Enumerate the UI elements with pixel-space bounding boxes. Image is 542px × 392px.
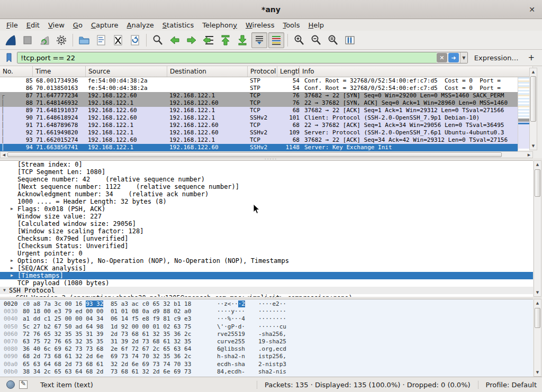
status-profile[interactable]: Profile: Default — [478, 381, 537, 389]
expand-icon[interactable]: ▶ — [11, 265, 13, 272]
menu-file[interactable]: File — [2, 20, 22, 30]
display-filter-input[interactable] — [17, 52, 437, 63]
zoom-100-button[interactable] — [325, 32, 341, 48]
go-to-bottom-button[interactable] — [234, 32, 250, 48]
column-length[interactable]: Length — [277, 66, 300, 77]
filter-add-button[interactable]: + — [528, 53, 535, 62]
filter-dropdown-caret[interactable]: ▼ — [460, 52, 467, 63]
column-no[interactable]: No. — [0, 66, 33, 77]
detail-line[interactable]: Checksum: 0x79ed [unverified] — [0, 235, 533, 242]
scroll-thumb[interactable] — [535, 169, 540, 197]
packet-row-93[interactable]: │9371.662015274192.168.122.60192.168.122… — [0, 136, 518, 144]
hex-row-0090[interactable]: 009068 2d 73 68 61 32 2d 6e69 73 74 70 3… — [0, 353, 533, 360]
go-to-packet-button[interactable] — [201, 32, 216, 48]
column-info[interactable]: Info — [300, 66, 533, 77]
menu-statistics[interactable]: Statistics — [158, 20, 198, 30]
column-source[interactable]: Source — [86, 66, 167, 77]
scroll-down-icon[interactable]: ▼ — [534, 369, 541, 376]
hex-row-0080[interactable]: 008036 40 6c 69 62 73 73 682e 6f 72 67 2… — [0, 345, 533, 353]
resize-columns-button[interactable] — [342, 32, 358, 48]
detail-line[interactable]: [TCP Segment Len: 1080] — [0, 168, 533, 176]
menu-capture[interactable]: Capture — [87, 20, 123, 30]
detail-line[interactable]: ▼SSH Protocol — [0, 287, 533, 294]
colorize-toggle[interactable] — [268, 32, 284, 48]
auto-scroll-toggle[interactable] — [251, 32, 267, 48]
packet-row-87[interactable]: ┌8771.647777234192.168.122.60192.168.122… — [0, 92, 518, 99]
collapse-icon[interactable]: ▼ — [3, 287, 6, 294]
open-file-button[interactable] — [76, 32, 92, 48]
menu-edit[interactable]: Edit — [22, 20, 44, 30]
scroll-up-icon[interactable]: ▲ — [534, 299, 541, 307]
column-protocol[interactable]: Protocol — [248, 66, 277, 77]
detail-line[interactable]: Acknowledgment number: 34 (relative ack … — [0, 190, 533, 198]
details-vscrollbar[interactable]: ▲ ▼ — [534, 160, 541, 297]
expand-icon[interactable]: ▶ — [11, 272, 13, 279]
bytes-vscrollbar[interactable]: ▲ ▼ — [534, 299, 541, 377]
zoom-out-button[interactable] — [308, 32, 324, 48]
hex-row-0020[interactable]: 0020c0 a8 7a 3c 00 16 93 3285 a3 ac c0 6… — [0, 300, 533, 308]
detail-line[interactable]: [Window size scaling factor: 128] — [0, 227, 533, 235]
expand-icon[interactable]: ▶ — [11, 205, 13, 213]
packet-row-88[interactable]: │8871.648146932192.168.122.1192.168.122.… — [0, 99, 518, 107]
scroll-up-icon[interactable]: ▲ — [530, 68, 537, 76]
filter-clear-button[interactable]: ✕ — [437, 53, 447, 62]
scroll-thumb[interactable] — [7, 152, 502, 157]
packet-list-minimap[interactable] — [518, 77, 529, 150]
packet-row-86[interactable]: 8670.013850163fe:54:00:d4:38:2aSTP54Conf… — [0, 85, 518, 92]
detail-line[interactable]: TCP payload (1080 bytes) — [0, 279, 533, 287]
scroll-down-icon[interactable]: ▼ — [530, 142, 537, 150]
detail-line[interactable]: Window size value: 227 — [0, 213, 533, 220]
filter-apply-button[interactable]: ➜ — [448, 53, 459, 62]
capture-options-button[interactable] — [53, 32, 69, 48]
hex-row-0060[interactable]: 006072 76 65 32 35 35 31 392d 73 68 61 3… — [0, 331, 533, 338]
go-back-button[interactable] — [167, 32, 183, 48]
detail-line[interactable]: [Checksum Status: Unverified] — [0, 242, 533, 250]
menu-go[interactable]: Go — [69, 20, 87, 30]
detail-line[interactable]: 1000 .... = Header Length: 32 bytes (8) — [0, 198, 533, 205]
packet-row-91[interactable]: │9171.648789678192.168.122.1192.168.122.… — [0, 122, 518, 129]
menu-tools[interactable]: Tools — [278, 20, 304, 30]
detail-line[interactable]: ▶Flags: 0x018 (PSH, ACK) — [0, 205, 533, 213]
packet-row-92[interactable]: │9271.661949820192.168.122.1192.168.122.… — [0, 129, 518, 136]
menu-wireless[interactable]: Wireless — [241, 20, 278, 30]
go-to-top-button[interactable] — [218, 32, 233, 48]
filter-bookmark-button[interactable] — [3, 52, 15, 63]
stop-capture-button[interactable] — [20, 32, 35, 48]
column-destination[interactable]: Destination — [167, 66, 248, 77]
expert-info-icon[interactable] — [6, 380, 15, 389]
menu-help[interactable]: Help — [304, 20, 328, 30]
hex-row-0040[interactable]: 0040a1 dd c1 25 00 00 04 3406 14 f5 e8 f… — [0, 315, 533, 323]
detail-line[interactable]: Urgent pointer: 0 — [0, 250, 533, 257]
menu-analyze[interactable]: Analyze — [123, 20, 158, 30]
reload-file-button[interactable] — [127, 32, 143, 48]
expression-button[interactable]: Expression… — [474, 54, 519, 62]
title-bar[interactable]: *any ✕ — [0, 0, 542, 19]
hex-row-00b0[interactable]: 00b038 34 2c 65 63 64 68 2d73 68 61 32 2… — [0, 368, 533, 376]
packet-row-90[interactable]: │9071.648618924192.168.122.60192.168.122… — [0, 114, 518, 122]
packet-row-94[interactable]: │9471.663856741192.168.122.1192.168.122.… — [0, 144, 518, 151]
detail-line[interactable]: ▶[SEQ/ACK analysis] — [0, 265, 533, 272]
scroll-left-icon[interactable]: ◀ — [1, 152, 7, 158]
save-file-button[interactable] — [93, 32, 109, 48]
scroll-down-icon[interactable]: ▼ — [534, 289, 541, 296]
close-icon[interactable]: ✕ — [527, 5, 537, 14]
start-capture-button[interactable] — [3, 32, 19, 48]
capture-comment-icon[interactable] — [19, 380, 28, 389]
scroll-right-icon[interactable]: ▶ — [526, 152, 532, 158]
detail-line[interactable]: ▶Options: (12 bytes), No-Operation (NOP)… — [0, 257, 533, 265]
scroll-thumb[interactable] — [530, 76, 536, 122]
zoom-in-button[interactable] — [291, 32, 307, 48]
close-file-button[interactable] — [110, 32, 126, 48]
menu-telephony[interactable]: Telephony — [198, 20, 241, 30]
restart-capture-button[interactable] — [37, 32, 52, 48]
packet-list-vscrollbar[interactable]: ▲ ▼ — [529, 68, 537, 150]
hex-row-0030[interactable]: 003080 18 00 e3 79 ed 00 0001 01 08 0a d… — [0, 308, 533, 315]
scroll-thumb[interactable] — [535, 308, 540, 328]
detail-line[interactable]: [Calculated window size: 29056] — [0, 220, 533, 227]
packet-row-89[interactable]: │8971.648191037192.168.122.60192.168.122… — [0, 107, 518, 114]
expand-icon[interactable]: ▶ — [11, 257, 13, 265]
detail-line[interactable]: Sequence number: 42 (relative sequence n… — [0, 176, 533, 183]
menu-view[interactable]: View — [44, 20, 69, 30]
detail-line[interactable]: [Next sequence number: 1122 (relative se… — [0, 183, 533, 190]
scroll-up-icon[interactable]: ▲ — [534, 161, 541, 168]
